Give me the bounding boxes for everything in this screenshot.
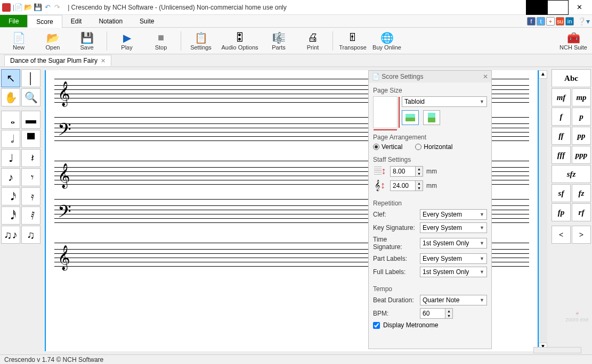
- save-button[interactable]: 💾Save: [72, 31, 101, 51]
- stumbleupon-icon[interactable]: su: [556, 17, 564, 26]
- orientation-portrait[interactable]: [402, 110, 419, 125]
- maximize-button[interactable]: [547, 0, 569, 15]
- open-button[interactable]: 📂Open: [38, 31, 67, 51]
- panel-title-icon: 📄: [372, 73, 380, 80]
- orientation-landscape[interactable]: [423, 110, 440, 125]
- arrangement-vertical-radio[interactable]: Vertical: [373, 143, 402, 151]
- dynamic-mf[interactable]: mf: [552, 88, 571, 106]
- sixteenth-note-tool[interactable]: 𝅘𝅥𝅯: [1, 187, 20, 205]
- ribbon-toolbar: 📄New 📂Open 💾Save ▶Play ■Stop 📋Settings 🎛…: [0, 28, 592, 54]
- qat-undo-icon[interactable]: ↶: [43, 3, 52, 12]
- qat-open-icon[interactable]: 📂: [24, 3, 33, 12]
- facebook-icon[interactable]: f: [527, 17, 536, 26]
- play-button[interactable]: ▶Play: [112, 31, 141, 51]
- dynamic-fff[interactable]: fff: [552, 146, 571, 164]
- app-icon: [2, 3, 11, 12]
- watermark: 🍷zoom exe: [564, 311, 590, 343]
- close-tab-icon[interactable]: ✕: [101, 57, 106, 64]
- panel-close-icon[interactable]: ✕: [483, 73, 488, 80]
- dynamic-rf[interactable]: rf: [572, 203, 591, 221]
- quarter-note-tool[interactable]: ♩: [1, 149, 20, 167]
- thirtysecond-rest-tool[interactable]: 𝅀: [21, 206, 40, 225]
- close-button[interactable]: ✕: [569, 0, 590, 15]
- hand-tool[interactable]: ✋: [1, 88, 20, 106]
- menu-notation[interactable]: Notation: [90, 15, 131, 27]
- qat-save-icon[interactable]: 💾: [34, 3, 42, 12]
- audio-options-button[interactable]: 🎛Audio Options: [221, 31, 259, 51]
- minimize-button[interactable]: [526, 0, 547, 15]
- page-size-combo[interactable]: Tabloid▼: [402, 96, 487, 107]
- display-metronome-checkbox[interactable]: [373, 322, 380, 329]
- new-button[interactable]: 📄New: [4, 31, 33, 51]
- score-settings-panel: 📄 Score Settings ✕ Page Size Tabloid▼: [368, 70, 492, 349]
- pointer-tool[interactable]: ↖: [1, 69, 20, 87]
- titlebar: | 📄 📂 💾 ↶ ↷ | Crescendo by NCH Software …: [0, 0, 592, 15]
- full-labels-combo[interactable]: 1st System Only▼: [420, 267, 487, 277]
- thirtysecond-note-tool[interactable]: 𝅘𝅥𝅰: [1, 206, 20, 225]
- help-icon[interactable]: ❔▾: [579, 17, 588, 26]
- zoom-slider[interactable]: [533, 347, 581, 353]
- dynamic-sf[interactable]: sf: [552, 184, 571, 202]
- linkedin-icon[interactable]: in: [565, 17, 574, 26]
- document-tabs: Dance of the Sugar Plum Fairy ✕: [0, 54, 592, 67]
- panel-header: 📄 Score Settings ✕: [369, 71, 491, 82]
- dynamic-pp[interactable]: pp: [572, 127, 591, 145]
- nch-suite-button[interactable]: 🧰NCH Suite: [559, 31, 588, 51]
- settings-button[interactable]: 📋Settings: [186, 31, 215, 51]
- print-button[interactable]: 🖨Print: [298, 31, 327, 51]
- menubar: File Score Edit Notation Suite f t + su …: [0, 15, 592, 28]
- treble-spacing-spinner[interactable]: ▲▼: [390, 166, 423, 177]
- arrangement-horizontal-radio[interactable]: Horizontal: [415, 143, 452, 151]
- buy-online-button[interactable]: 🌐Buy Online: [372, 31, 401, 51]
- dynamic-p[interactable]: p: [572, 107, 591, 126]
- beat-duration-combo[interactable]: Quarter Note▼: [420, 295, 487, 305]
- qat-new-icon[interactable]: 📄: [14, 3, 23, 12]
- part-labels-combo[interactable]: Every System▼: [420, 253, 487, 264]
- grand-spacing-spinner[interactable]: ▲▼: [390, 180, 423, 191]
- eighth-rest-tool[interactable]: 𝄾: [21, 168, 40, 186]
- dynamic-ff[interactable]: ff: [552, 127, 571, 145]
- canvas-vscroll[interactable]: ▲▼: [539, 70, 547, 351]
- menu-suite[interactable]: Suite: [131, 15, 163, 27]
- eighth-note-tool[interactable]: ♪: [1, 168, 20, 186]
- text-tool[interactable]: Abc: [552, 69, 591, 87]
- clef-combo[interactable]: Every System▼: [420, 209, 487, 220]
- dynamic-f[interactable]: f: [552, 107, 571, 126]
- qat-redo-icon[interactable]: ↷: [53, 3, 61, 12]
- sixteenth-rest-tool[interactable]: 𝄿: [21, 187, 40, 205]
- document-tab[interactable]: Dance of the Sugar Plum Fairy ✕: [4, 55, 111, 66]
- menu-file[interactable]: File: [0, 15, 27, 27]
- crescendo-tool[interactable]: <: [552, 226, 571, 244]
- zoom-tool[interactable]: 🔍: [21, 88, 40, 106]
- workspace: ↖│ ✋🔍 𝅝▬ 𝅗𝅥▀ ♩𝄽 ♪𝄾 𝅘𝅥𝅯𝄿 𝅘𝅥𝅰𝅀 ♫♪♫ 𝄞♯♩♩ ♫♫…: [0, 67, 592, 354]
- key-signature-combo[interactable]: Every System▼: [420, 222, 487, 233]
- decrescendo-tool[interactable]: >: [572, 226, 591, 244]
- stop-button[interactable]: ■Stop: [147, 31, 175, 51]
- half-rest-tool[interactable]: ▀: [21, 130, 40, 148]
- parts-button[interactable]: 🎼Parts: [264, 31, 293, 51]
- tuplet-tool[interactable]: ♫♪: [1, 226, 20, 244]
- googleplus-icon[interactable]: +: [546, 17, 555, 26]
- window-title: | Crescendo by NCH Software - (Unlicense…: [68, 4, 287, 11]
- barline-tool[interactable]: │: [21, 69, 40, 87]
- dynamic-fz[interactable]: fz: [572, 184, 591, 202]
- half-note-tool[interactable]: 𝅗𝅥: [1, 130, 20, 148]
- beam-tool[interactable]: ♫: [21, 226, 40, 244]
- whole-rest-tool[interactable]: ▬: [21, 111, 40, 129]
- quarter-rest-tool[interactable]: 𝄽: [21, 149, 40, 167]
- menu-edit[interactable]: Edit: [62, 15, 91, 27]
- menu-score[interactable]: Score: [27, 15, 62, 28]
- dynamic-sfz[interactable]: sfz: [552, 165, 591, 183]
- dynamic-ppp[interactable]: ppp: [572, 146, 591, 164]
- repetition-label: Repetition: [373, 200, 487, 207]
- dynamic-fp[interactable]: fp: [552, 203, 571, 221]
- page-thumb: [373, 96, 398, 128]
- bpm-spinner[interactable]: ▲▼: [420, 308, 455, 319]
- page-size-label: Page Size: [373, 87, 487, 94]
- twitter-icon[interactable]: t: [537, 17, 545, 26]
- whole-note-tool[interactable]: 𝅝: [1, 111, 20, 129]
- statusbar: Crescendo v 1.74 © NCH Software: [0, 354, 592, 364]
- time-signature-combo[interactable]: 1st System Only▼: [420, 238, 487, 249]
- dynamic-mp[interactable]: mp: [572, 88, 591, 106]
- transpose-button[interactable]: 🎚Transpose: [338, 31, 367, 51]
